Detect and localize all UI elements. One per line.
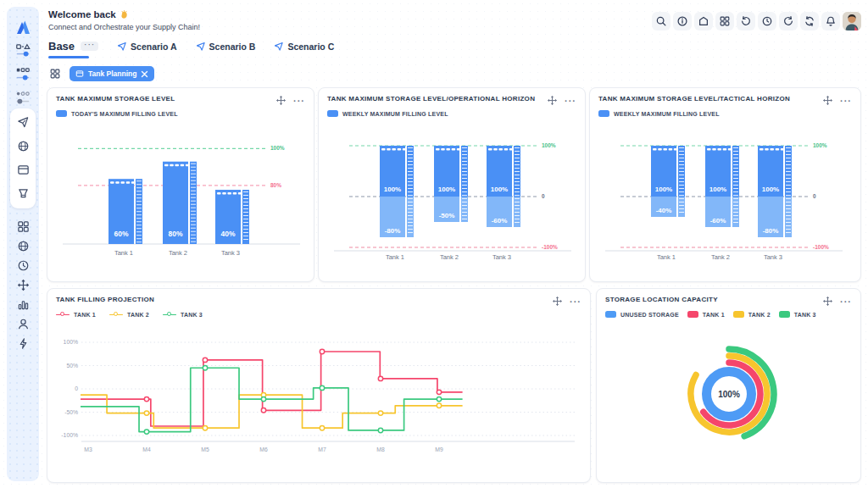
logo-icon — [14, 19, 32, 37]
sidebar-item-analytics[interactable] — [7, 295, 39, 313]
sidebar — [7, 7, 39, 481]
sidebar-item-global[interactable] — [7, 236, 39, 255]
pin-icon — [17, 116, 30, 129]
legend-line-marker — [163, 311, 176, 318]
legend-item-tank1: TANK 1 — [56, 311, 96, 318]
redo-button[interactable] — [779, 12, 798, 30]
legend-item: TODAY'S MAXIMUM FILLING LEVEL — [56, 110, 178, 117]
info-button[interactable] — [673, 12, 692, 30]
search-icon — [655, 15, 667, 27]
info-icon — [676, 15, 688, 27]
card-storage-location-capacity: STORAGE LOCATION CAPACITY ··· UNUSED STO… — [596, 288, 861, 483]
storage-capacity-chart: 100% — [658, 323, 800, 465]
move-handle-icon[interactable] — [822, 296, 833, 307]
legend-label: UNUSED STORAGE — [620, 312, 679, 318]
tab-scenario-a[interactable]: Scenario A — [117, 42, 176, 52]
sidebar-item-network[interactable] — [7, 136, 39, 156]
svg-text:-100%: -100% — [813, 244, 829, 250]
legend-swatch — [605, 311, 616, 318]
pin-icon — [196, 42, 206, 52]
tab-label: Scenario A — [131, 42, 176, 52]
card-title: STORAGE LOCATION CAPACITY — [605, 296, 718, 303]
shapes-toggle-icon — [15, 43, 31, 58]
sidebar-item-filter[interactable] — [7, 183, 39, 203]
tray-icon — [75, 69, 84, 78]
legend-label: WEEKLY MAXIMUM FILLING LEVEL — [342, 111, 448, 117]
more-button[interactable]: ··· — [570, 298, 581, 305]
svg-text:-60%: -60% — [710, 217, 726, 225]
svg-text:80%: 80% — [270, 182, 281, 188]
move-handle-icon[interactable] — [547, 95, 558, 106]
move-handle-icon[interactable] — [552, 296, 563, 307]
sidebar-item-dashboards[interactable] — [7, 217, 39, 236]
legend-swatch — [56, 110, 67, 117]
apps-button[interactable] — [715, 12, 734, 30]
undo-icon — [740, 15, 752, 27]
svg-text:Tank 2: Tank 2 — [711, 253, 730, 261]
svg-text:100%: 100% — [813, 142, 827, 148]
bar-chart-icon — [17, 298, 30, 311]
user-icon — [17, 318, 30, 330]
sync-icon — [804, 15, 815, 27]
legend-item: WEEKLY MAXIMUM FILLING LEVEL — [598, 110, 720, 117]
tab-base[interactable]: Base — [48, 40, 75, 53]
undo-button[interactable] — [737, 12, 755, 30]
card-operational-horizon: TANK MAXIMUM STORAGE LEVEL/OPERATIONAL H… — [318, 87, 586, 282]
sidebar-item-automation[interactable] — [7, 334, 39, 352]
legend-label: TANK 3 — [794, 312, 816, 318]
sidebar-item-shapes-toggle[interactable] — [7, 42, 39, 59]
sync-button[interactable] — [800, 12, 819, 30]
search-button[interactable] — [652, 12, 670, 30]
redo-icon — [782, 15, 794, 27]
globe-icon — [17, 240, 30, 252]
notifications-button[interactable] — [821, 12, 840, 30]
card-title: TANK FILLING PROJECTION — [56, 296, 154, 303]
sidebar-item-history[interactable] — [7, 256, 39, 274]
history-clock-icon — [761, 15, 773, 27]
funnel-icon — [17, 187, 30, 200]
tab-base-more-button[interactable]: ··· — [81, 42, 98, 51]
svg-text:-50%: -50% — [439, 212, 455, 219]
svg-text:-60%: -60% — [492, 217, 508, 225]
welcome-text: Welcome back — [48, 9, 116, 19]
move-handle-icon[interactable] — [275, 95, 287, 106]
legend-swatch — [779, 311, 790, 318]
tab-scenario-b[interactable]: Scenario B — [196, 42, 256, 52]
legend-swatch — [733, 311, 744, 318]
disabled-toggle-icon — [15, 91, 31, 106]
more-button[interactable]: ··· — [293, 97, 305, 104]
apps-grid-icon — [17, 220, 30, 233]
close-icon[interactable] — [141, 70, 148, 78]
svg-text:M9: M9 — [435, 446, 443, 452]
page-title: Welcome back — [48, 9, 129, 19]
sidebar-item-move[interactable] — [7, 275, 39, 294]
sidebar-item-inventory[interactable] — [7, 159, 39, 180]
globe-box-icon — [17, 140, 30, 152]
user-avatar[interactable] — [843, 12, 861, 30]
filter-bar: Tank Planning — [49, 66, 154, 81]
more-button[interactable]: ··· — [565, 97, 576, 104]
svg-text:Tank 3: Tank 3 — [764, 253, 782, 261]
svg-text:Tank 1: Tank 1 — [114, 249, 133, 257]
move-handle-icon[interactable] — [822, 95, 833, 106]
filter-chip-label: Tank Planning — [88, 69, 136, 78]
sidebar-item-steps-toggle[interactable] — [7, 66, 39, 83]
sidebar-item-scenarios[interactable] — [7, 112, 39, 132]
svg-text:100%: 100% — [762, 186, 779, 193]
home-button[interactable] — [694, 12, 713, 30]
svg-text:100%: 100% — [270, 145, 285, 151]
filter-chip-tank-planning[interactable]: Tank Planning — [70, 66, 154, 81]
svg-text:M5: M5 — [201, 446, 209, 452]
svg-text:-40%: -40% — [656, 207, 672, 214]
sidebar-item-disabled-toggle[interactable] — [7, 90, 39, 107]
svg-text:0: 0 — [75, 385, 78, 391]
widget-grid-button[interactable] — [49, 68, 61, 80]
history-button[interactable] — [758, 12, 776, 30]
legend-item-tank3: TANK 3 — [779, 311, 816, 318]
legend-label: WEEKLY MAXIMUM FILLING LEVEL — [614, 111, 720, 117]
svg-text:100%: 100% — [438, 186, 455, 193]
more-button[interactable]: ··· — [840, 298, 852, 305]
sidebar-item-users[interactable] — [7, 314, 39, 333]
tab-scenario-c[interactable]: Scenario C — [274, 42, 334, 52]
more-button[interactable]: ··· — [840, 97, 852, 104]
